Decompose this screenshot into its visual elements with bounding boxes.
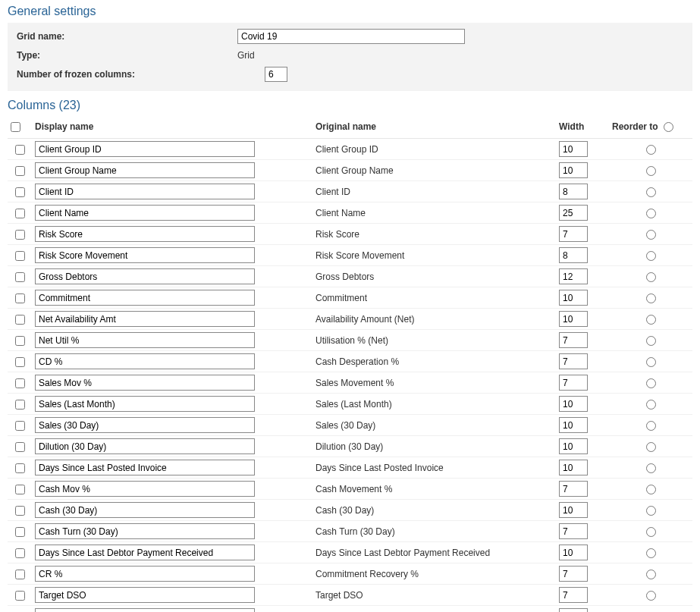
- row-checkbox[interactable]: [15, 272, 25, 282]
- table-row: Client Name: [8, 202, 692, 224]
- row-checkbox[interactable]: [15, 400, 25, 410]
- select-all-checkbox[interactable]: [11, 122, 20, 132]
- reorder-to-radio[interactable]: [646, 230, 656, 240]
- width-input[interactable]: [559, 460, 588, 475]
- width-input[interactable]: [559, 332, 588, 348]
- reorder-to-radio[interactable]: [646, 570, 656, 579]
- display-name-input[interactable]: [35, 162, 255, 178]
- display-name-input[interactable]: [35, 481, 255, 497]
- display-name-input[interactable]: [35, 545, 255, 560]
- reorder-to-radio[interactable]: [646, 166, 656, 176]
- display-name-input[interactable]: [35, 184, 255, 199]
- display-name-input[interactable]: [35, 375, 255, 391]
- reorder-to-radio[interactable]: [646, 527, 656, 537]
- width-input[interactable]: [559, 417, 588, 433]
- reorder-to-radio[interactable]: [646, 485, 656, 494]
- display-name-input[interactable]: [35, 205, 255, 221]
- width-input[interactable]: [559, 396, 588, 412]
- original-name-cell: Cash Turn (30 Day): [312, 521, 556, 542]
- display-name-input[interactable]: [35, 141, 255, 157]
- reorder-to-radio[interactable]: [646, 463, 656, 473]
- row-checkbox[interactable]: [15, 463, 25, 473]
- display-name-input[interactable]: [35, 438, 255, 454]
- row-checkbox[interactable]: [15, 442, 25, 452]
- width-input[interactable]: [559, 184, 588, 199]
- reorder-to-radio[interactable]: [646, 293, 656, 303]
- reorder-to-radio[interactable]: [646, 400, 656, 410]
- reorder-to-radio[interactable]: [646, 315, 656, 325]
- display-name-input[interactable]: [35, 290, 255, 306]
- width-input[interactable]: [559, 587, 588, 603]
- type-value: Grid: [237, 50, 255, 61]
- reorder-to-radio[interactable]: [646, 357, 656, 367]
- row-checkbox[interactable]: [15, 591, 25, 601]
- display-name-input[interactable]: [35, 268, 255, 284]
- width-input[interactable]: [559, 608, 588, 612]
- row-checkbox[interactable]: [15, 357, 25, 367]
- display-name-input[interactable]: [35, 247, 255, 263]
- display-name-input[interactable]: [35, 460, 255, 475]
- row-checkbox[interactable]: [15, 570, 25, 579]
- width-input[interactable]: [559, 545, 588, 560]
- display-name-input[interactable]: [35, 417, 255, 433]
- reorder-to-radio[interactable]: [646, 548, 656, 558]
- width-input[interactable]: [559, 566, 588, 582]
- width-input[interactable]: [559, 247, 588, 263]
- reorder-to-radio[interactable]: [646, 378, 656, 388]
- row-checkbox[interactable]: [15, 230, 25, 240]
- display-name-input[interactable]: [35, 332, 255, 348]
- reorder-to-radio[interactable]: [646, 591, 656, 601]
- reorder-to-radio[interactable]: [646, 336, 656, 346]
- width-input[interactable]: [559, 311, 588, 327]
- reorder-to-radio[interactable]: [646, 506, 656, 516]
- frozen-columns-input[interactable]: [265, 67, 287, 82]
- row-checkbox[interactable]: [15, 485, 25, 494]
- width-input[interactable]: [559, 268, 588, 284]
- row-checkbox[interactable]: [15, 293, 25, 303]
- row-checkbox[interactable]: [15, 166, 25, 176]
- display-name-input[interactable]: [35, 523, 255, 539]
- row-checkbox[interactable]: [15, 421, 25, 431]
- table-row: Sales (30 Day): [8, 415, 692, 436]
- display-name-input[interactable]: [35, 396, 255, 412]
- width-input[interactable]: [559, 481, 588, 497]
- row-checkbox[interactable]: [15, 145, 25, 155]
- display-name-input[interactable]: [35, 587, 255, 603]
- grid-name-input[interactable]: [237, 29, 465, 44]
- width-input[interactable]: [559, 438, 588, 454]
- width-input[interactable]: [559, 226, 588, 242]
- row-checkbox[interactable]: [15, 315, 25, 325]
- width-input[interactable]: [559, 141, 588, 157]
- reorder-to-radio[interactable]: [646, 421, 656, 431]
- original-name-cell: Commitment: [312, 287, 556, 309]
- width-input[interactable]: [559, 375, 588, 391]
- reorder-to-radio[interactable]: [646, 187, 656, 197]
- reorder-to-radio[interactable]: [646, 209, 656, 218]
- width-input[interactable]: [559, 502, 588, 518]
- display-name-input[interactable]: [35, 608, 255, 612]
- original-name-cell: Sales (30 Day): [312, 415, 556, 436]
- row-checkbox[interactable]: [15, 251, 25, 261]
- row-checkbox[interactable]: [15, 527, 25, 537]
- row-checkbox[interactable]: [15, 548, 25, 558]
- reorder-to-radio[interactable]: [646, 251, 656, 261]
- row-checkbox[interactable]: [15, 506, 25, 516]
- reorder-to-header-radio[interactable]: [664, 122, 673, 132]
- row-checkbox[interactable]: [15, 336, 25, 346]
- row-checkbox[interactable]: [15, 187, 25, 197]
- display-name-input[interactable]: [35, 566, 255, 582]
- reorder-to-radio[interactable]: [646, 272, 656, 282]
- width-input[interactable]: [559, 162, 588, 178]
- reorder-to-radio[interactable]: [646, 145, 656, 155]
- width-input[interactable]: [559, 290, 588, 306]
- row-checkbox[interactable]: [15, 209, 25, 218]
- display-name-input[interactable]: [35, 311, 255, 327]
- width-input[interactable]: [559, 523, 588, 539]
- width-input[interactable]: [559, 353, 588, 369]
- row-checkbox[interactable]: [15, 378, 25, 388]
- display-name-input[interactable]: [35, 502, 255, 518]
- width-input[interactable]: [559, 205, 588, 221]
- display-name-input[interactable]: [35, 353, 255, 369]
- reorder-to-radio[interactable]: [646, 442, 656, 452]
- display-name-input[interactable]: [35, 226, 255, 242]
